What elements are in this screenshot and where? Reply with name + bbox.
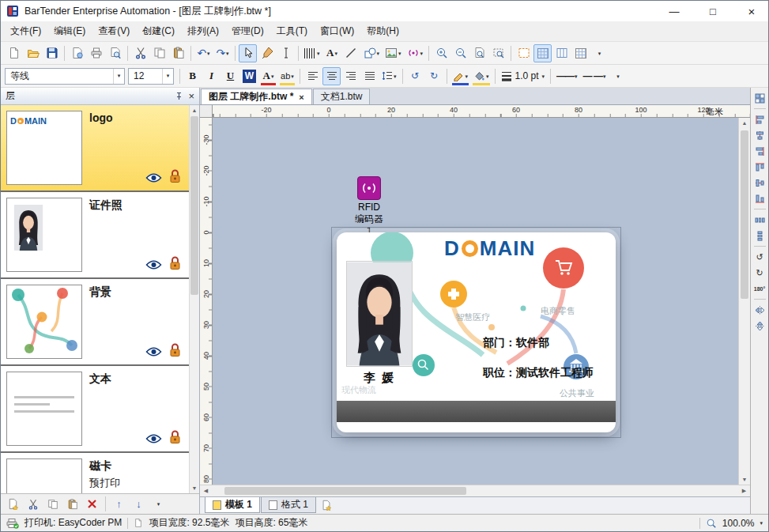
zoom-region-button[interactable] xyxy=(489,44,507,62)
department-line-object[interactable]: 部门：软件部 xyxy=(483,336,549,350)
layer-visibility-eye-icon[interactable] xyxy=(145,346,162,357)
layer-item-text[interactable]: 文本 xyxy=(1,366,189,453)
text-edit-tool-button[interactable] xyxy=(277,44,295,62)
layer-lock-icon[interactable] xyxy=(169,256,181,270)
position-line-object[interactable]: 职位：测试软件工程师 xyxy=(483,366,594,380)
rotate-left-button[interactable]: ↺ xyxy=(752,250,767,264)
print-preview-button[interactable] xyxy=(106,44,124,62)
underline-button[interactable]: U xyxy=(221,67,239,85)
view-grid-button[interactable] xyxy=(533,44,552,62)
menu-help[interactable]: 帮助(H) xyxy=(360,21,405,41)
scroll-up-arrow[interactable]: ▲ xyxy=(739,118,750,128)
layers-scrollbar[interactable]: ▲ ▼ xyxy=(189,105,199,493)
fill-color-button[interactable]: ▾ xyxy=(471,67,492,85)
layer-copy-button[interactable] xyxy=(43,495,62,513)
align-center-button[interactable] xyxy=(322,67,341,85)
menu-file[interactable]: 文件(F) xyxy=(4,21,47,41)
zoom-in-button[interactable] xyxy=(432,44,450,62)
barcode-tool-button[interactable]: ▾ xyxy=(302,44,322,62)
rotate-right-button[interactable]: ↻ xyxy=(752,266,767,280)
undo-button[interactable]: ↶▾ xyxy=(194,44,213,62)
distribute-vertical-button[interactable] xyxy=(752,228,767,243)
zoom-page-button[interactable] xyxy=(470,44,488,62)
panel-close-icon[interactable]: × xyxy=(188,90,194,102)
line-tool-button[interactable] xyxy=(342,44,360,62)
layer-item-photo[interactable]: 证件照 xyxy=(1,192,189,279)
layers-more-button[interactable]: ▾ xyxy=(149,495,168,513)
layer-item-logo[interactable]: DMAIN logo xyxy=(1,105,189,192)
menu-window[interactable]: 窗口(W) xyxy=(314,21,360,41)
layer-paste-button[interactable] xyxy=(63,495,81,513)
design-canvas[interactable]: RFID 编码器 1 xyxy=(213,118,738,485)
minimize-button[interactable]: — xyxy=(658,1,691,21)
card-bottom-band-object[interactable] xyxy=(337,401,616,422)
align-left-edges-button[interactable] xyxy=(752,112,767,126)
align-top-edges-button[interactable] xyxy=(752,160,767,174)
font-name-combo[interactable]: 等线 ▾ xyxy=(5,68,125,85)
canvas-vertical-scrollbar[interactable]: ▲ ▼ xyxy=(738,118,750,485)
align-justify-button[interactable] xyxy=(360,67,379,85)
layer-lock-icon[interactable] xyxy=(169,343,181,357)
italic-button[interactable]: I xyxy=(202,67,221,85)
rotate-180-button[interactable]: 180° xyxy=(752,281,767,296)
line-weight-control[interactable]: 1.0 pt ▾ xyxy=(499,67,548,85)
scroll-down-arrow[interactable]: ▼ xyxy=(190,483,199,493)
align-middle-button[interactable] xyxy=(752,175,767,190)
open-button[interactable] xyxy=(24,44,42,62)
font-size-combo[interactable]: 12 ▾ xyxy=(128,68,174,85)
zoom-out-button[interactable] xyxy=(451,44,469,62)
layer-item-background[interactable]: 背景 xyxy=(1,279,189,366)
format-tab[interactable]: 格式 1 xyxy=(261,497,316,513)
copy-button[interactable] xyxy=(150,44,168,62)
menu-create[interactable]: 创建(C) xyxy=(136,21,181,41)
layer-lock-icon[interactable] xyxy=(169,169,181,183)
add-layer-button[interactable] xyxy=(4,495,22,513)
employee-name-object[interactable]: 李 媛 xyxy=(341,371,417,386)
align-right-edges-button[interactable] xyxy=(752,144,767,158)
cut-button[interactable] xyxy=(131,44,149,62)
maximize-button[interactable]: □ xyxy=(696,1,729,21)
view-columns-button[interactable] xyxy=(552,44,571,62)
shape-tool-button[interactable]: ▾ xyxy=(361,44,383,62)
add-template-button[interactable] xyxy=(317,497,335,513)
select-tool-button[interactable] xyxy=(239,44,257,62)
delete-layer-button[interactable] xyxy=(83,495,101,513)
doc-tab-close-icon[interactable]: × xyxy=(299,92,303,102)
h-scrollbar-thumb[interactable] xyxy=(224,487,466,495)
move-layer-down-button[interactable]: ↓ xyxy=(130,495,148,513)
format-overflow-button[interactable]: ▾ xyxy=(609,67,627,85)
save-button[interactable] xyxy=(43,44,61,62)
layer-visibility-eye-icon[interactable] xyxy=(145,172,162,183)
font-size-dropdown-icon[interactable]: ▾ xyxy=(162,69,173,84)
menu-edit[interactable]: 编辑(E) xyxy=(47,21,92,41)
layer-lock-icon[interactable] xyxy=(169,430,181,444)
print-button[interactable] xyxy=(87,44,105,62)
redo-button[interactable]: ↷▾ xyxy=(213,44,232,62)
doc-tab-active[interactable]: 图层 工牌制作.btw * × xyxy=(201,89,312,104)
rotate-text-cw-button[interactable]: ↻ xyxy=(425,67,443,85)
scroll-up-arrow[interactable]: ▲ xyxy=(190,105,199,115)
close-button[interactable]: × xyxy=(735,1,768,21)
doc-tab-inactive[interactable]: 文档1.btw xyxy=(313,89,371,104)
toolbar-overflow-button[interactable]: ▾ xyxy=(590,44,609,62)
new-document-button[interactable] xyxy=(5,44,23,62)
canvas-horizontal-scrollbar[interactable]: ◀ ▶ xyxy=(200,485,750,496)
menu-arrange[interactable]: 排列(A) xyxy=(181,21,225,41)
flip-horizontal-button[interactable] xyxy=(752,303,767,317)
align-center-button[interactable] xyxy=(752,128,767,142)
align-left-button[interactable] xyxy=(303,67,322,85)
flip-vertical-button[interactable] xyxy=(752,319,767,333)
badge-card-object[interactable]: 智慧医疗 电商零售 现代物流 公共事业 D MAIN xyxy=(337,232,616,432)
scroll-left-arrow[interactable]: ◀ xyxy=(200,485,212,496)
dash-style-button[interactable]: — —▾ xyxy=(581,67,609,85)
text-tool-button[interactable]: A▾ xyxy=(323,44,341,62)
pin-icon[interactable] xyxy=(175,92,183,100)
scroll-right-arrow[interactable]: ▶ xyxy=(738,485,750,496)
layers-scrollbar-thumb[interactable] xyxy=(190,116,198,295)
layer-visibility-eye-icon[interactable] xyxy=(145,433,162,444)
word-format-button[interactable]: W xyxy=(240,67,258,85)
zoom-dropdown-icon[interactable]: ▾ xyxy=(760,520,763,526)
distribute-horizontal-button[interactable] xyxy=(752,213,767,227)
font-name-dropdown-icon[interactable]: ▾ xyxy=(113,69,124,84)
align-bottom-edges-button[interactable] xyxy=(752,191,767,206)
